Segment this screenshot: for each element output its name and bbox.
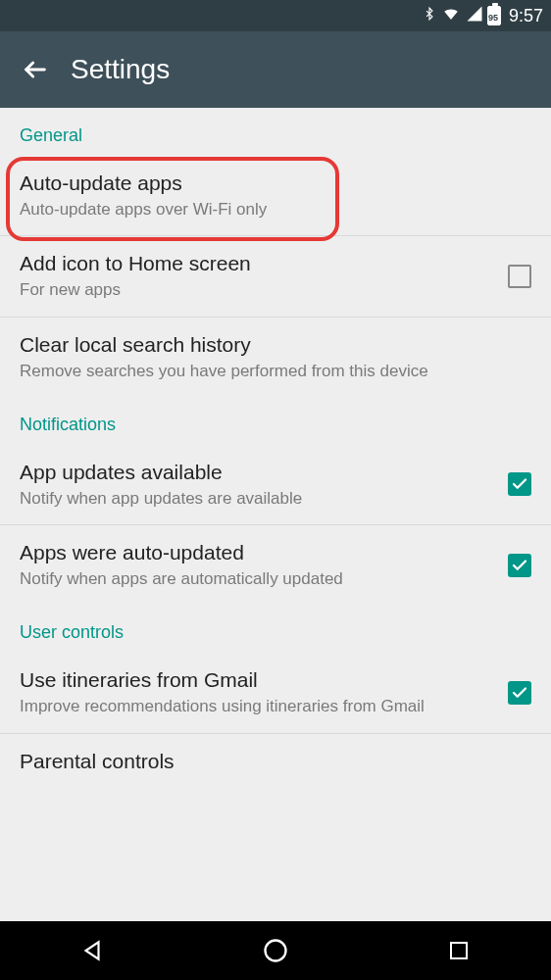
wifi-icon	[440, 5, 462, 26]
battery-pct: 95	[488, 13, 498, 23]
section-header-general: General	[0, 108, 551, 156]
item-subtitle: Notify when app updates are available	[20, 488, 492, 509]
item-app-updates-available[interactable]: App updates available Notify when app up…	[0, 445, 551, 525]
svg-point-1	[265, 941, 285, 961]
item-clear-search-history[interactable]: Clear local search history Remove search…	[0, 318, 551, 397]
item-subtitle: For new apps	[20, 279, 492, 300]
battery-icon: 95	[487, 6, 501, 25]
item-title: Use itineraries from Gmail	[20, 668, 492, 692]
nav-back-button[interactable]	[53, 927, 131, 974]
signal-icon	[466, 5, 483, 26]
clock-time: 9:57	[509, 6, 543, 26]
checkbox-checked-icon	[508, 681, 531, 705]
item-subtitle: Remove searches you have performed from …	[20, 361, 531, 381]
item-subtitle: Auto-update apps over Wi-Fi only	[20, 199, 531, 220]
app-bar: Settings	[0, 31, 551, 108]
item-title: Add icon to Home screen	[20, 252, 492, 275]
item-title: Apps were auto-updated	[20, 541, 492, 564]
item-auto-update-apps[interactable]: Auto-update apps Auto-update apps over W…	[0, 156, 551, 236]
checkbox-apps-auto[interactable]	[508, 554, 531, 577]
nav-recent-button[interactable]	[420, 927, 498, 974]
checkbox-checked-icon	[508, 554, 531, 577]
nav-bar	[0, 921, 551, 980]
section-header-notifications: Notifications	[0, 397, 551, 445]
checkbox-add-icon[interactable]	[508, 265, 531, 288]
item-subtitle: Notify when apps are automatically updat…	[20, 568, 492, 589]
status-bar: 95 9:57	[0, 0, 551, 31]
item-title: Clear local search history	[20, 333, 531, 357]
svg-rect-2	[451, 943, 467, 958]
item-subtitle: Improve recommendations using itinerarie…	[20, 696, 492, 716]
page-title: Settings	[71, 54, 170, 85]
checkbox-gmail-itin[interactable]	[508, 681, 531, 705]
item-apps-auto-updated[interactable]: Apps were auto-updated Notify when apps …	[0, 525, 551, 605]
checkbox-checked-icon	[508, 472, 531, 496]
item-add-icon-home[interactable]: Add icon to Home screen For new apps	[0, 236, 551, 317]
settings-content: General Auto-update apps Auto-update app…	[0, 108, 551, 921]
item-title: Parental controls	[20, 750, 531, 773]
back-button[interactable]	[16, 50, 55, 89]
phone-frame: 95 9:57 Settings General Auto-update app…	[0, 0, 551, 980]
item-parental-controls[interactable]: Parental controls	[0, 734, 551, 781]
checkbox-unchecked-icon	[508, 265, 531, 288]
checkbox-app-updates[interactable]	[508, 472, 531, 496]
bluetooth-icon	[423, 4, 436, 27]
item-title: Auto-update apps	[20, 172, 531, 195]
nav-home-button[interactable]	[236, 927, 315, 974]
item-gmail-itineraries[interactable]: Use itineraries from Gmail Improve recom…	[0, 653, 551, 733]
section-header-user-controls: User controls	[0, 605, 551, 653]
item-title: App updates available	[20, 461, 492, 484]
